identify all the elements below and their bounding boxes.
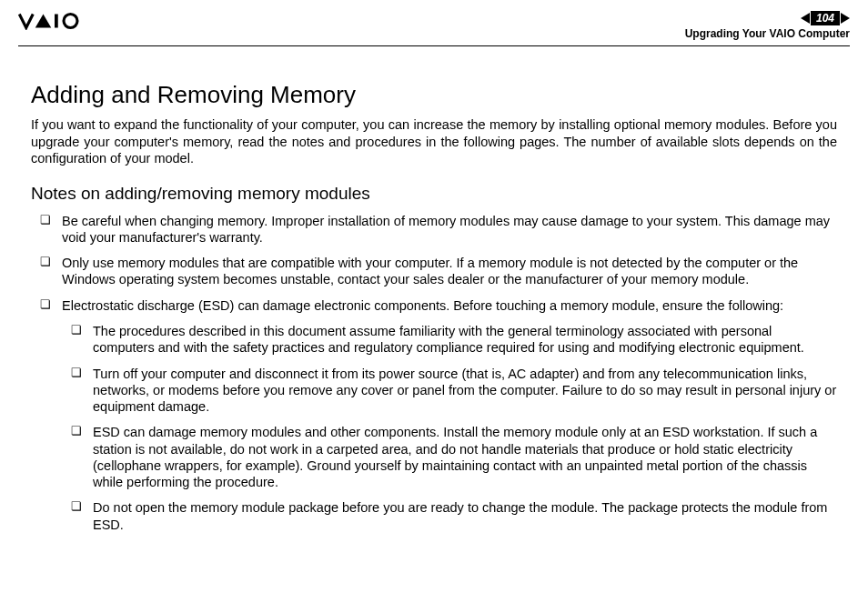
heading-main: Adding and Removing Memory [31,81,837,109]
sub-notes-list: The procedures described in this documen… [62,323,837,533]
list-item: Do not open the memory module package be… [62,499,837,533]
list-item-text: Electrostatic discharge (ESD) can damage… [62,298,783,313]
page-content: Adding and Removing Memory If you want t… [18,81,850,533]
next-page-icon[interactable] [841,13,850,24]
page-header: 104 Upgrading Your VAIO Computer [18,11,850,46]
list-item: ESD can damage memory modules and other … [62,424,837,490]
list-item: Electrostatic discharge (ESD) can damage… [31,297,837,533]
vaio-logo [18,11,109,31]
list-item: Be careful when changing memory. Imprope… [31,213,837,246]
list-item: Turn off your computer and disconnect it… [62,366,837,416]
notes-list: Be careful when changing memory. Imprope… [31,213,837,533]
list-item: The procedures described in this documen… [62,323,837,357]
section-title: Upgrading Your VAIO Computer [685,27,850,40]
heading-sub: Notes on adding/removing memory modules [31,184,837,204]
svg-rect-0 [55,15,58,28]
intro-paragraph: If you want to expand the functionality … [31,116,837,167]
page-number: 104 [811,11,840,25]
page-nav: 104 [685,11,850,25]
header-right: 104 Upgrading Your VAIO Computer [685,11,850,40]
prev-page-icon[interactable] [801,13,810,24]
list-item: Only use memory modules that are compati… [31,255,837,288]
svg-point-1 [64,15,77,28]
